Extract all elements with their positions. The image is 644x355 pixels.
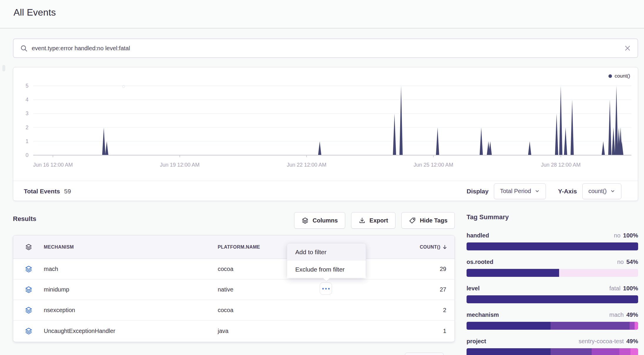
cell-mechanism[interactable]: nsexception — [44, 307, 218, 314]
tag-top-value: no100% — [614, 232, 638, 239]
tag-percent: 54% — [626, 259, 638, 265]
cell-count[interactable]: 29 — [382, 266, 455, 272]
tag-bar-segment[interactable] — [467, 295, 638, 303]
export-button[interactable]: Export — [351, 212, 395, 229]
tag-bar-segment[interactable] — [635, 322, 638, 330]
tag-summary-heading: Tag Summary — [467, 213, 638, 221]
tag-value-label: fatal — [609, 285, 620, 292]
tag-percent: 100% — [623, 285, 638, 292]
table-row[interactable]: minidumpnative27 — [13, 279, 455, 300]
tag-bar-segment[interactable] — [467, 242, 638, 250]
tag-section-level: levelfatal100% — [467, 285, 638, 303]
tag-label-row: levelfatal100% — [467, 285, 638, 292]
tag-top-value: no54% — [617, 259, 638, 265]
panel-drag-handle[interactable] — [2, 65, 5, 71]
cell-platform-name[interactable]: native — [218, 286, 382, 293]
tag-icon — [409, 217, 416, 224]
chart-spike — [615, 86, 618, 155]
clear-search-icon[interactable] — [624, 45, 631, 52]
y-axis-tick-label: 5 — [13, 83, 28, 89]
tag-name: handled — [467, 232, 489, 239]
chart-footer: Total Events 59 Display Total Period Y-A… — [13, 181, 638, 201]
button-label: Export — [370, 217, 388, 224]
tag-distribution-bar[interactable] — [467, 348, 638, 355]
ellipsis-dot — [328, 288, 330, 289]
tag-bar-segment[interactable] — [551, 322, 630, 330]
search-input[interactable]: event.type:error handled:no level:fatal — [32, 45, 624, 52]
tag-top-value: sentry-cocoa-test49% — [579, 338, 638, 345]
chart-spike — [318, 141, 321, 155]
pagination-button-partial[interactable] — [405, 353, 444, 355]
tag-distribution-bar[interactable] — [467, 322, 638, 330]
yaxis-dropdown[interactable]: count() — [582, 183, 621, 199]
tag-section-os-rooted: os.rootedno54% — [467, 259, 638, 277]
tag-distribution-bar[interactable] — [467, 269, 638, 277]
cell-count[interactable]: 27 — [382, 286, 455, 293]
tag-bar-segment[interactable] — [551, 348, 592, 355]
cell-mechanism[interactable]: minidump — [44, 286, 218, 293]
columns-button[interactable]: Columns — [294, 212, 345, 229]
tag-percent: 49% — [626, 312, 638, 318]
tag-distribution-bar[interactable] — [467, 295, 638, 303]
tag-distribution-bar[interactable] — [467, 242, 638, 250]
total-events-value: 59 — [64, 188, 71, 195]
tag-label-row: projectsentry-cocoa-test49% — [467, 338, 638, 345]
tag-bar-segment[interactable] — [630, 348, 638, 355]
button-label: Hide Tags — [420, 217, 447, 224]
table-row[interactable]: UncaughtExceptionHandlerjava1 — [13, 321, 455, 341]
tag-value-label: no — [614, 232, 620, 239]
chevron-down-icon — [610, 189, 615, 194]
column-header-mechanism[interactable]: MECHANISM — [44, 245, 218, 250]
chart-marker-circle — [122, 85, 125, 88]
cell-count[interactable]: 1 — [382, 328, 455, 334]
cell-platform-name[interactable]: java — [218, 328, 382, 334]
layers-icon — [301, 217, 309, 224]
chart-spike — [393, 113, 396, 155]
search-bar[interactable]: event.type:error handled:no level:fatal — [13, 38, 638, 58]
table-row[interactable]: nsexceptioncocoa2 — [13, 300, 455, 321]
display-dropdown[interactable]: Total Period — [494, 183, 546, 199]
x-axis-tick-label: Jun 22 12:00 AM — [287, 162, 326, 168]
y-axis-tick-label: 3 — [13, 110, 28, 116]
tag-bar-segment[interactable] — [592, 348, 619, 355]
hide-tags-button[interactable]: Hide Tags — [401, 212, 455, 229]
tag-section-mechanism: mechanismmach49% — [467, 312, 638, 330]
tag-bar-segment[interactable] — [467, 269, 559, 277]
yaxis-label: Y-Axis — [558, 188, 577, 195]
tag-bar-segment[interactable] — [559, 269, 638, 277]
ellipsis-dot — [325, 288, 327, 289]
tag-value-label: no — [617, 259, 624, 265]
events-chart[interactable] — [33, 79, 631, 161]
x-axis-tick-label: Jun 25 12:00 AM — [414, 162, 453, 168]
tag-bar-segment[interactable] — [467, 348, 551, 355]
sort-desc-icon — [442, 245, 447, 250]
cell-platform-name[interactable]: cocoa — [218, 307, 382, 314]
tag-section-project: projectsentry-cocoa-test49% — [467, 338, 638, 355]
results-toolbar: ColumnsExportHide Tags — [13, 212, 455, 229]
column-header-count-sorted[interactable]: COUNT() — [382, 245, 455, 250]
x-axis-tick-label: Jun 19 12:00 AM — [160, 162, 199, 168]
tag-label-row: mechanismmach49% — [467, 312, 638, 318]
tag-name: os.rooted — [467, 259, 493, 265]
x-axis-tick-label: Jun 16 12:00 AM — [33, 162, 73, 168]
tag-value-label: sentry-cocoa-test — [579, 338, 624, 344]
cell-actions-button[interactable] — [320, 282, 332, 295]
button-label: Columns — [313, 217, 338, 224]
tag-section-handled: handledno100% — [467, 232, 638, 250]
tag-label-row: handledno100% — [467, 232, 638, 239]
tag-bar-segment[interactable] — [630, 322, 635, 330]
chart-spike — [602, 141, 605, 155]
y-axis-tick-label: 0 — [13, 152, 28, 158]
cell-mechanism[interactable]: mach — [44, 266, 218, 272]
legend-series-dot — [608, 74, 612, 78]
tag-bar-segment[interactable] — [467, 322, 551, 330]
menu-item-add-to-filter[interactable]: Add to filter — [287, 243, 366, 261]
tag-name: mechanism — [467, 312, 499, 318]
tag-summary-panel: Tag Summary handledno100%os.rootedno54%l… — [467, 213, 638, 355]
table-row[interactable]: machcocoa29 — [13, 259, 455, 279]
chevron-down-icon — [535, 189, 540, 194]
cell-mechanism[interactable]: UncaughtExceptionHandler — [44, 328, 218, 334]
stack-icon — [13, 265, 44, 273]
tag-bar-segment[interactable] — [619, 348, 630, 355]
cell-count[interactable]: 2 — [382, 307, 455, 314]
